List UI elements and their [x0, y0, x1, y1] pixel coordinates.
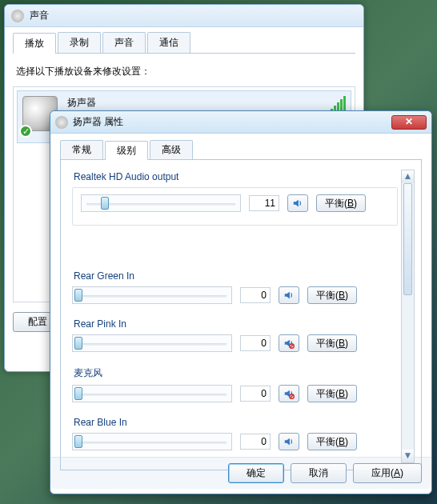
level-label: Realtek HD Audio output [74, 171, 398, 182]
properties-body: 常规 级别 高级 Realtek HD Audio output11平衡(B)R… [50, 134, 431, 457]
close-button[interactable]: ✕ [391, 115, 427, 130]
sound-window-titlebar[interactable]: 声音 [5, 5, 363, 27]
mute-button[interactable] [279, 286, 299, 304]
volume-value: 11 [249, 195, 279, 211]
device-name: 扬声器 [67, 96, 202, 110]
properties-title: 扬声器 属性 [73, 115, 391, 129]
level-row: 0平衡(B) [72, 286, 398, 304]
level-label: Rear Pink In [74, 318, 398, 330]
sound-window-title: 声音 [30, 10, 49, 21]
apply-label: 应用(A) [371, 467, 403, 478]
balance-button[interactable]: 平衡(B) [307, 433, 357, 450]
mute-button[interactable] [287, 194, 308, 212]
volume-value: 0 [240, 386, 271, 402]
properties-titlebar[interactable]: 扬声器 属性 ✕ [50, 111, 431, 134]
vertical-scrollbar[interactable]: ▲ ▼ [401, 170, 415, 463]
level-row: 11平衡(B) [81, 194, 389, 212]
default-check-icon: ✓ [19, 125, 32, 138]
balance-button[interactable]: 平衡(B) [316, 194, 366, 212]
speaker-properties-window: 扬声器 属性 ✕ 常规 级别 高级 Realtek HD Audio outpu… [50, 110, 432, 494]
tab-sounds[interactable]: 声音 [102, 32, 146, 53]
level-row: 0平衡(B) [72, 385, 398, 402]
volume-slider[interactable] [81, 194, 241, 212]
scroll-thumb[interactable] [403, 183, 412, 295]
mute-button[interactable] [279, 334, 299, 352]
level-label: Rear Green In [74, 270, 398, 282]
volume-value: 0 [240, 434, 271, 450]
level-group-frame: 11平衡(B) [72, 187, 398, 226]
volume-slider[interactable] [72, 334, 232, 352]
scroll-up-icon[interactable]: ▲ [402, 170, 414, 183]
properties-tabstrip: 常规 级别 高级 [60, 140, 422, 159]
speaker-app-icon [11, 10, 24, 22]
sound-tabstrip: 播放 录制 声音 通信 [13, 32, 355, 54]
balance-button[interactable]: 平衡(B) [307, 286, 357, 304]
level-row: 0平衡(B) [72, 334, 398, 352]
tab-communications[interactable]: 通信 [147, 32, 190, 53]
mute-button[interactable] [279, 433, 299, 450]
level-row: 0平衡(B) [72, 433, 398, 450]
tab-general[interactable]: 常规 [60, 140, 103, 159]
scroll-track[interactable] [402, 183, 414, 450]
mute-button[interactable] [279, 385, 299, 402]
levels-container: Realtek HD Audio output11平衡(B)Rear Green… [72, 170, 398, 463]
balance-button[interactable]: 平衡(B) [307, 385, 357, 402]
volume-value: 0 [240, 335, 271, 351]
volume-value: 0 [240, 287, 271, 303]
tab-recording[interactable]: 录制 [58, 32, 101, 53]
level-label: Rear Blue In [74, 417, 398, 428]
tab-levels[interactable]: 级别 [105, 141, 148, 160]
tab-playback[interactable]: 播放 [13, 33, 56, 54]
instruction-text: 选择以下播放设备来修改设置： [16, 65, 352, 78]
level-label: 麦克风 [74, 366, 398, 380]
balance-button[interactable]: 平衡(B) [307, 334, 357, 352]
cancel-button[interactable]: 取消 [291, 463, 347, 483]
scroll-down-icon[interactable]: ▼ [402, 450, 414, 462]
levels-page: Realtek HD Audio output11平衡(B)Rear Green… [60, 159, 422, 470]
ok-button[interactable]: 确定 [228, 463, 284, 483]
volume-slider[interactable] [72, 286, 232, 304]
tab-advanced[interactable]: 高级 [150, 140, 193, 159]
apply-button[interactable]: 应用(A) [353, 463, 422, 483]
speaker-small-icon [55, 116, 68, 129]
volume-slider[interactable] [72, 385, 232, 402]
volume-slider[interactable] [72, 433, 232, 450]
